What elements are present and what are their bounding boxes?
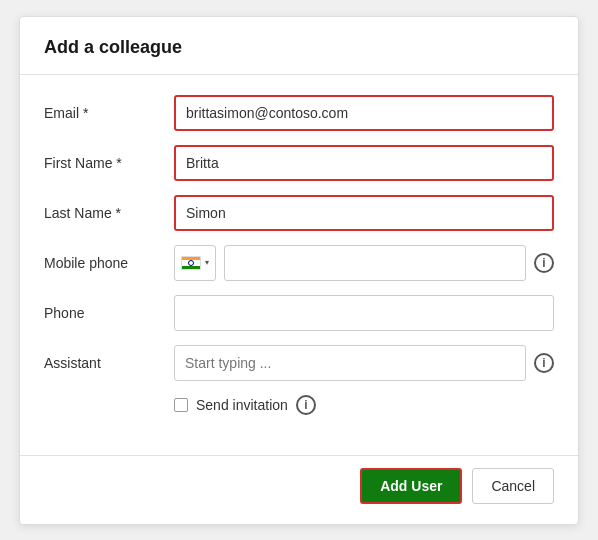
dialog-title: Add a colleague [44, 37, 554, 58]
assistant-row: Assistant i [44, 345, 554, 381]
india-flag-icon [181, 256, 201, 270]
mobile-phone-field[interactable] [224, 245, 526, 281]
lastname-row: Last Name * [44, 195, 554, 231]
dialog-footer: Add User Cancel [20, 455, 578, 524]
add-colleague-dialog: Add a colleague Email * First Name * Las… [19, 16, 579, 525]
add-user-button[interactable]: Add User [360, 468, 462, 504]
assistant-field[interactable] [174, 345, 526, 381]
mobile-phone-control-wrap: ▾ i [174, 245, 554, 281]
lastname-label: Last Name * [44, 205, 174, 221]
mobile-phone-row: Mobile phone ▾ i [44, 245, 554, 281]
firstname-row: First Name * [44, 145, 554, 181]
mobile-phone-info-icon[interactable]: i [534, 253, 554, 273]
firstname-label: First Name * [44, 155, 174, 171]
send-invitation-info-icon[interactable]: i [296, 395, 316, 415]
country-flag-button[interactable]: ▾ [174, 245, 216, 281]
phone-label: Phone [44, 305, 174, 321]
firstname-field[interactable] [174, 145, 554, 181]
mobile-phone-label: Mobile phone [44, 255, 174, 271]
email-field[interactable] [174, 95, 554, 131]
assistant-control-wrap: i [174, 345, 554, 381]
email-label: Email * [44, 105, 174, 121]
assistant-info-icon[interactable]: i [534, 353, 554, 373]
phone-field[interactable] [174, 295, 554, 331]
send-invitation-checkbox[interactable] [174, 398, 188, 412]
flag-chevron-down-icon: ▾ [205, 258, 209, 267]
email-control-wrap [174, 95, 554, 131]
cancel-button[interactable]: Cancel [472, 468, 554, 504]
assistant-label: Assistant [44, 355, 174, 371]
phone-row: Phone [44, 295, 554, 331]
firstname-control-wrap [174, 145, 554, 181]
phone-control-wrap [174, 295, 554, 331]
lastname-control-wrap [174, 195, 554, 231]
dialog-body: Email * First Name * Last Name * Mobile … [20, 75, 578, 455]
lastname-field[interactable] [174, 195, 554, 231]
send-invitation-row: Send invitation i [174, 395, 554, 415]
email-row: Email * [44, 95, 554, 131]
dialog-header: Add a colleague [20, 17, 578, 75]
send-invitation-label: Send invitation [196, 397, 288, 413]
